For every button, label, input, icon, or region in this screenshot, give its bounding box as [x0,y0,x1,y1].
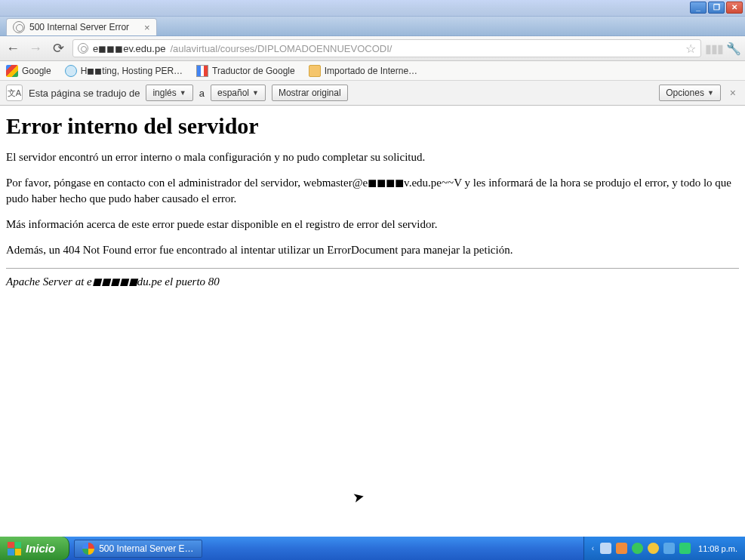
error-heading: Error interno del servidor [6,113,739,139]
translate-infobar: 文A Esta página se tradujo de inglés ▼ a … [0,81,745,106]
tray-icon[interactable] [679,543,691,554]
translate-options-dropdown[interactable]: Opciones ▼ [659,85,721,101]
error-paragraph: Por favor, póngase en contacto con el ad… [6,175,739,206]
taskbar-app-title: 500 Internal Server E… [99,543,193,554]
translate-close-button[interactable]: × [727,87,739,99]
dropdown-value: Opciones [666,88,704,98]
url-host: e◼◼◼ev.edu.pe [93,43,165,54]
tray-icon[interactable] [632,543,643,554]
error-paragraph: Además, un 404 Not Found error fue encon… [6,242,739,257]
back-button[interactable]: ← [5,40,21,57]
bookmark-importado[interactable]: Importado de Interne… [309,65,417,77]
translate-from-dropdown[interactable]: inglés ▼ [146,85,192,101]
chevron-down-icon: ▼ [180,89,186,97]
system-tray: ‹ 11:08 p.m. [583,537,745,560]
error-paragraph: El servidor encontró un error interno o … [6,149,739,165]
translate-to-dropdown[interactable]: español ▼ [211,85,266,101]
start-label: Inicio [26,542,55,555]
bookmark-traductor[interactable]: Traductor de Google [196,65,295,77]
bookmark-label: Importado de Interne… [325,66,417,76]
site-identity-icon [78,43,88,54]
tab-favicon-icon [13,21,25,33]
mouse-cursor-icon: ➤ [352,488,366,507]
reload-button[interactable]: ⟳ [50,40,66,57]
dropdown-value: inglés [152,88,176,98]
bookmark-google[interactable]: Google [6,65,51,77]
tray-icon[interactable] [616,543,627,554]
tray-icon[interactable] [648,543,659,554]
dropdown-value: español [217,88,249,98]
chrome-icon [82,543,94,555]
browser-tab[interactable]: 500 Internal Server Error × [6,18,157,35]
error-paragraph: Más información acerca de este error pue… [6,217,739,232]
tray-icon[interactable] [600,543,611,554]
page-content: Error interno del servidor El servidor e… [0,106,745,296]
taskbar-app-chrome[interactable]: 500 Internal Server E… [74,540,202,558]
usage-bars-icon[interactable]: ▮▮▮ [707,42,721,55]
system-clock[interactable]: 11:08 p.m. [698,544,737,553]
tray-expand-icon[interactable]: ‹ [592,544,594,552]
translate-to-word: a [199,88,205,99]
wrench-menu-button[interactable]: 🔧 [727,42,740,55]
tab-title: 500 Internal Server Error [29,22,129,32]
browser-tabstrip: 500 Internal Server Error × [0,17,745,36]
translate-badge-icon: 文A [6,85,23,101]
translate-label: Esta página se tradujo de [29,88,140,99]
globe-icon [65,65,77,77]
bookmark-label: Google [22,66,51,76]
chevron-down-icon: ▼ [707,89,714,97]
address-bar[interactable]: e◼◼◼ev.edu.pe/aulavirtual/courses/DIPLOM… [72,39,701,57]
bookmarks-bar: Google H◼◼ting, Hosting PER… Traductor d… [0,61,745,81]
show-original-button[interactable]: Mostrar original [272,85,348,101]
bookmark-hosting[interactable]: H◼◼ting, Hosting PER… [65,65,183,77]
windows-logo-icon [8,542,21,555]
window-minimize-button[interactable]: _ [690,2,707,14]
folder-icon [309,65,321,77]
tab-close-button[interactable]: × [144,22,150,33]
window-titlebar: _ ❐ ✕ [0,0,745,17]
divider [6,268,739,269]
url-path: /aulavirtual/courses/DIPLOMADOENNUEVOCOD… [170,43,392,54]
bookmark-label: H◼◼ting, Hosting PER… [81,66,183,76]
bookmark-label: Traductor de Google [212,66,295,76]
google-icon [6,65,18,77]
server-signature: Apache Server at e◼◼◼◼◼du.pe el puerto 8… [6,275,739,288]
translate-icon [196,65,208,77]
chevron-down-icon: ▼ [252,89,259,97]
start-button[interactable]: Inicio [0,537,69,560]
window-maximize-button[interactable]: ❐ [708,2,725,14]
forward-button[interactable]: → [27,40,44,57]
browser-navbar: ← → ⟳ e◼◼◼ev.edu.pe/aulavirtual/courses/… [0,36,745,61]
windows-taskbar: Inicio 500 Internal Server E… ‹ 11:08 p.… [0,537,745,560]
bookmark-star-icon[interactable]: ☆ [685,42,696,56]
window-close-button[interactable]: ✕ [726,2,743,14]
tray-icon[interactable] [663,543,675,554]
